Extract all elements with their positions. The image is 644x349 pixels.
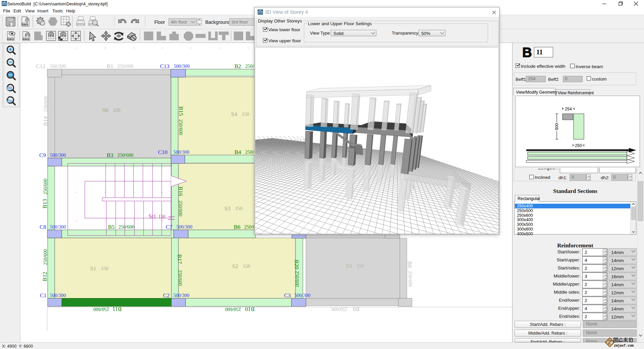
svg-text:S3: S3 (346, 263, 352, 269)
svg-text:B3: B3 (107, 152, 113, 158)
svg-text:150: 150 (113, 107, 120, 113)
svg-text:3rd floor: 3rd floor (231, 19, 248, 24)
svg-text:C13: C13 (160, 63, 169, 69)
svg-text:S1: S1 (90, 265, 96, 272)
svg-text:B13: B13 (42, 199, 48, 208)
svg-text:B4: B4 (234, 149, 241, 155)
svg-text:4th floor: 4th floor (171, 19, 187, 24)
svg-text:B5: B5 (108, 224, 115, 230)
svg-text:C8: C8 (40, 224, 46, 230)
svg-text:DWG: DWG (21, 23, 28, 26)
svg-text:250: 250 (575, 143, 582, 148)
svg-text:Floor: Floor (154, 19, 165, 25)
svg-text:Background: Background (205, 19, 230, 25)
svg-text:B15: B15 (178, 106, 184, 116)
svg-text:B17: B17 (176, 254, 183, 264)
svg-text:250/600: 250/600 (117, 152, 133, 158)
svg-text:250/600: 250/600 (43, 179, 48, 195)
svg-text:250/600: 250/600 (178, 200, 183, 216)
svg-text:250/600: 250/600 (117, 63, 133, 69)
svg-text:B16: B16 (177, 187, 184, 196)
svg-text:150: 150 (101, 266, 108, 271)
svg-text:500/300: 500/300 (50, 293, 66, 298)
svg-text:250/600: 250/600 (408, 271, 413, 287)
svg-text:250/600: 250/600 (118, 224, 135, 230)
svg-text:150: 150 (357, 263, 364, 268)
svg-text:150: 150 (242, 111, 249, 117)
svg-text:C2: C2 (163, 292, 170, 299)
svg-text:500/300: 500/300 (50, 152, 66, 158)
svg-text:250/600: 250/600 (178, 119, 183, 135)
svg-text:600: 600 (554, 123, 559, 130)
svg-text:zmjaxf.com: zmjaxf.com (614, 344, 634, 348)
svg-text:500/300: 500/300 (173, 293, 190, 298)
svg-text:S6: S6 (102, 107, 108, 113)
svg-text:B12: B12 (42, 272, 48, 281)
svg-text:150: 150 (243, 263, 250, 269)
svg-text:St1: St1 (149, 213, 156, 219)
svg-text:250/600: 250/600 (43, 249, 48, 265)
svg-text:500/300: 500/300 (294, 293, 311, 298)
svg-text:B1: B1 (107, 63, 113, 69)
svg-text:500/300: 500/300 (50, 63, 66, 69)
svg-text:250/600: 250/600 (177, 270, 183, 286)
svg-text:500/300: 500/300 (176, 224, 193, 230)
svg-text:150: 150 (158, 214, 165, 219)
svg-text:S3: S3 (224, 205, 230, 212)
svg-text:250/600: 250/600 (43, 96, 48, 112)
svg-text:250/600: 250/600 (93, 307, 109, 312)
svg-text:C12: C12 (36, 63, 45, 69)
svg-text:B8: B8 (407, 261, 413, 268)
svg-text:C1: C1 (40, 292, 47, 299)
svg-text:B10: B10 (245, 306, 255, 312)
svg-text:S2: S2 (232, 263, 238, 269)
svg-text:B6: B6 (234, 224, 240, 230)
svg-text:B9: B9 (353, 306, 360, 312)
svg-text:DWG: DWG (22, 38, 29, 41)
svg-text:500/300: 500/300 (50, 224, 66, 230)
svg-text:B14: B14 (42, 116, 49, 126)
svg-text:250/600: 250/600 (225, 307, 241, 312)
svg-text:B20: B20 (293, 260, 300, 269)
svg-text:B2: B2 (234, 63, 241, 69)
svg-text:S4: S4 (231, 111, 237, 117)
svg-text:B11: B11 (112, 306, 122, 312)
svg-text:C7: C7 (166, 224, 172, 230)
svg-text:254: 254 (565, 107, 572, 111)
svg-text:150: 150 (235, 206, 243, 211)
svg-text:500/300: 500/300 (174, 63, 190, 69)
svg-text:C3: C3 (284, 292, 291, 299)
svg-text:500/300: 500/300 (173, 149, 190, 155)
svg-text:250/600: 250/600 (294, 271, 300, 287)
svg-text:C9: C9 (39, 152, 46, 158)
svg-text:250/600: 250/600 (331, 307, 347, 312)
svg-text:DWG: DWG (7, 38, 14, 41)
svg-text:C10: C10 (158, 149, 167, 155)
